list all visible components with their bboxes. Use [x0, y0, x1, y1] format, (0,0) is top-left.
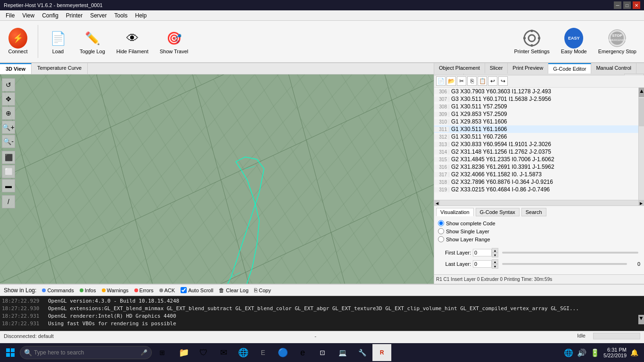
- cube-front-button[interactable]: ⬛: [2, 151, 15, 164]
- scrollbar-thumb-up[interactable]: ▲: [639, 88, 644, 97]
- gcode-line-317[interactable]: 317G2 X32.4066 Y61.1582 I0. J-1.5873: [434, 171, 638, 178]
- tab-print-preview[interactable]: Print Preview: [508, 63, 548, 74]
- tab-temperature-curve[interactable]: Temperature Curve: [32, 63, 88, 74]
- gcode-line-315[interactable]: 315G2 X31.4845 Y61.2335 I0.7006 J-1.6062: [434, 156, 638, 163]
- taskbar-network-icon[interactable]: 🌐: [564, 348, 573, 357]
- log-filter-ack[interactable]: ACK: [159, 288, 175, 293]
- gcode-line-313[interactable]: 313G2 X30.833 Y60.9594 I1.9101 J-2.3026: [434, 140, 638, 148]
- rotate-tool-button[interactable]: ↺: [2, 78, 15, 91]
- tab-gcode-editor[interactable]: G-Code Editor: [548, 63, 591, 74]
- taskbar-app-repetier[interactable]: R: [372, 344, 391, 361]
- menu-view[interactable]: View: [18, 11, 38, 20]
- emergency-stop-button[interactable]: STOP EMERGENCY Emergency Stop: [594, 27, 640, 56]
- zoom-out-button[interactable]: 🔍-: [2, 135, 15, 148]
- cube-top-button[interactable]: ⬜: [2, 165, 15, 178]
- first-layer-input[interactable]: [473, 249, 492, 256]
- taskbar-app-mail[interactable]: ✉: [214, 344, 233, 361]
- zoom-in-button[interactable]: 🔍+: [2, 121, 15, 134]
- log-filter-errors[interactable]: Errors: [134, 288, 154, 293]
- pan-tool-button[interactable]: ✥: [2, 92, 15, 106]
- viz-tab-visualization[interactable]: Visualization: [436, 208, 474, 216]
- gcode-line-306[interactable]: 306G3 X30.7903 Y60.3603 I1.1278 J-2.493: [434, 88, 638, 95]
- gcode-line-319[interactable]: 319G2 X33.0215 Y60.4684 I-0.86 J-0.7496: [434, 186, 638, 193]
- last-layer-track[interactable]: [502, 263, 627, 265]
- connect-button[interactable]: ⚡ Connect: [4, 27, 32, 56]
- tab-slicer[interactable]: Slicer: [485, 63, 508, 74]
- gcode-line-310[interactable]: 310G1 X29.853 Y61.1606: [434, 118, 638, 125]
- first-layer-down[interactable]: ▼: [492, 253, 498, 257]
- ruler-button[interactable]: /: [2, 195, 15, 208]
- tab-object-placement[interactable]: Object Placement: [434, 63, 485, 74]
- log-filter-infos[interactable]: Infos: [80, 288, 96, 293]
- taskbar-app-chrome[interactable]: 🔵: [273, 344, 292, 361]
- menu-tools[interactable]: Tools: [111, 11, 132, 20]
- gcode-undo-button[interactable]: ↩: [488, 76, 497, 86]
- gcode-cut-button[interactable]: ✂: [457, 76, 466, 86]
- first-layer-up[interactable]: ▲: [492, 248, 498, 253]
- taskbar-app-epic[interactable]: E: [254, 344, 272, 361]
- menu-help[interactable]: Help: [132, 11, 151, 20]
- gcode-line-312[interactable]: 312G1 X30.511 Y60.7266: [434, 133, 638, 140]
- taskbar-app-browser[interactable]: 🌐: [234, 344, 253, 361]
- taskbar-clock[interactable]: 6:31 PM 5/22/2019: [603, 347, 627, 358]
- taskbar-search-box[interactable]: 🔍 Type here to search 🎤: [20, 346, 152, 359]
- taskbar-app-unknown2[interactable]: 🔧: [353, 344, 372, 361]
- gcode-new-button[interactable]: 📄: [436, 76, 446, 86]
- viz-radio-single[interactable]: [438, 228, 444, 234]
- gcode-copy-button[interactable]: ⎘: [467, 76, 477, 86]
- gcode-hscrollbar[interactable]: ◀ ▶: [434, 200, 644, 206]
- toggle-log-button[interactable]: ✏️ Toggle Log: [76, 27, 109, 56]
- viz-tab-search[interactable]: Search: [521, 208, 546, 216]
- gcode-paste-button[interactable]: 📋: [478, 76, 487, 86]
- gcode-line-318[interactable]: 318G2 X32.7896 Y60.8876 I-0.364 J-0.9216: [434, 178, 638, 186]
- taskbar-volume-icon[interactable]: 🔊: [577, 348, 586, 357]
- menu-printer[interactable]: Printer: [62, 11, 86, 20]
- log-filter-warnings[interactable]: Warnings: [102, 288, 129, 293]
- task-view-button[interactable]: ⊞: [153, 344, 172, 361]
- show-travel-button[interactable]: 🎯 Show Travel: [156, 27, 192, 56]
- first-layer-track[interactable]: [502, 252, 638, 254]
- hscroll-track[interactable]: [440, 200, 638, 206]
- taskbar-app-edge[interactable]: e: [293, 344, 312, 361]
- gcode-line-316[interactable]: 316G2 X31.8236 Y61.2691 I0.3391 J-1.5962: [434, 163, 638, 171]
- tab-3d-view[interactable]: 3D View: [0, 63, 32, 74]
- viz-radio-range[interactable]: [438, 236, 444, 242]
- menu-file[interactable]: File: [2, 11, 18, 20]
- taskbar-app-unknown[interactable]: 💻: [333, 344, 352, 361]
- gcode-open-button[interactable]: 📂: [446, 76, 456, 86]
- menu-server[interactable]: Server: [86, 11, 110, 20]
- cube-side-button[interactable]: ▬: [2, 179, 15, 192]
- gcode-scrollbar[interactable]: ▲ ▼: [638, 88, 644, 200]
- scrollbar-thumb[interactable]: [639, 98, 644, 126]
- gcode-line-314[interactable]: 314G2 X31.148 Y61.1256 I1.2762 J-2.0375: [434, 148, 638, 156]
- last-layer-up[interactable]: ▲: [492, 259, 498, 264]
- gcode-line-307[interactable]: 307G3 X30.511 Y60.1701 I1.5638 J-2.5956: [434, 95, 638, 103]
- auto-scroll-checkbox[interactable]: Auto Scroll: [181, 287, 213, 293]
- tab-manual-control[interactable]: Manual Control: [591, 63, 636, 74]
- clear-log-button[interactable]: 🗑 Clear Log: [219, 287, 248, 294]
- gcode-line-308[interactable]: 308G1 X30.511 Y57.2509: [434, 103, 638, 110]
- gcode-redo-button[interactable]: ↪: [498, 76, 508, 86]
- gcode-line-311[interactable]: 311G1 X30.511 Y61.1606: [434, 125, 638, 133]
- last-layer-down[interactable]: ▼: [492, 264, 498, 269]
- menu-config[interactable]: Config: [38, 11, 62, 20]
- log-filter-commands[interactable]: Commands: [42, 288, 74, 293]
- copy-log-button[interactable]: ⎘ Copy: [254, 287, 271, 294]
- close-button[interactable]: ✕: [633, 1, 640, 9]
- hide-filament-button[interactable]: 👁 Hide Filament: [113, 27, 152, 56]
- last-layer-input[interactable]: [473, 260, 492, 268]
- move-tool-button[interactable]: ⊕: [2, 107, 15, 120]
- taskbar-app-cmd[interactable]: ⊡: [313, 344, 332, 361]
- printer-settings-button[interactable]: Printer Settings: [510, 27, 553, 56]
- gcode-line-309[interactable]: 309G1 X29.853 Y57.2509: [434, 110, 638, 118]
- taskbar-notification-icon[interactable]: 🔔: [630, 349, 638, 356]
- viz-tab-gcode-syntax[interactable]: G-Code Syntax: [476, 208, 520, 216]
- taskbar-app-security[interactable]: 🛡: [194, 344, 213, 361]
- taskbar-battery-icon[interactable]: 🔋: [590, 348, 600, 357]
- maximize-button[interactable]: □: [623, 1, 631, 9]
- load-button[interactable]: 📄 Load: [44, 27, 72, 56]
- start-button[interactable]: [2, 344, 19, 361]
- viz-radio-complete[interactable]: [438, 220, 444, 226]
- auto-scroll-check[interactable]: [181, 287, 187, 293]
- easy-mode-button[interactable]: EASY Easy Mode: [557, 27, 591, 56]
